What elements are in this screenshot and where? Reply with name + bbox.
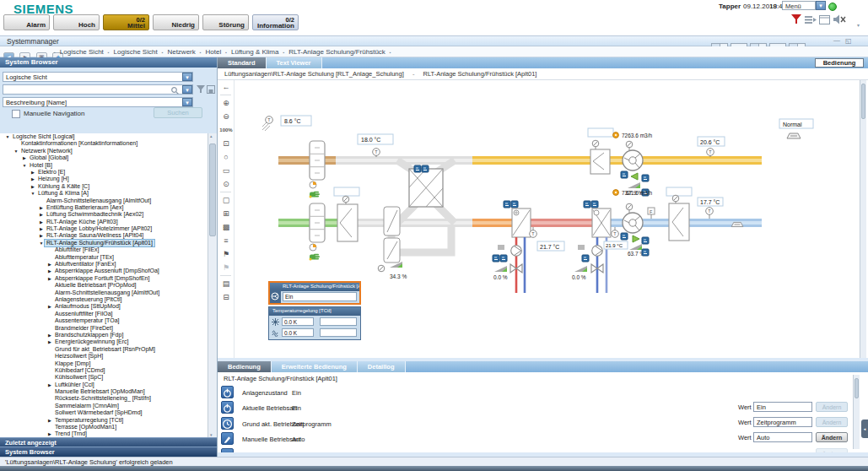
heating-setpoint-field[interactable]: 0.0 K [282, 328, 314, 337]
tree-item[interactable]: Heizsollwert [SpH] [1, 353, 208, 360]
tab-detaillog[interactable]: Detaillog [358, 361, 406, 372]
tree-collapse-icon[interactable]: ▶ [46, 417, 53, 424]
window-icon[interactable] [819, 15, 830, 24]
tree-collapse-icon[interactable]: ▶ [38, 225, 45, 232]
tree-collapse-icon[interactable]: ▶ [38, 232, 45, 239]
clock-icon[interactable] [221, 417, 234, 430]
breadcrumb-item[interactable]: RLT-Anlage Schulung/Frühstück [288, 48, 385, 56]
tree-collapse-icon[interactable]: ▶ [46, 332, 53, 338]
canvas-scrollbar[interactable] [860, 80, 866, 358]
extract-fan-icon2[interactable] [642, 175, 649, 181]
zuluft-damper[interactable] [666, 187, 692, 241]
filter-select-arrow[interactable]: ▼ [182, 98, 192, 106]
tree-expand-icon[interactable]: ▼ [4, 133, 11, 140]
operation-scrollbar[interactable] [853, 375, 860, 449]
tree-expand-icon[interactable]: ▼ [30, 190, 36, 197]
tree-collapse-icon[interactable]: ▶ [46, 303, 53, 310]
supply-duct-temp-sensor[interactable]: 17.7 °C [698, 198, 723, 219]
tree-item[interactable]: ▶Anlaufmodus [SttUpMod] [1, 303, 208, 310]
heater-status-icon[interactable] [504, 201, 510, 208]
supply-flow-value[interactable]: 7321.6 m3/h [622, 190, 653, 196]
tree-item[interactable]: ▶Absperrklappe Fortluft [DmpShofEn] [1, 275, 208, 282]
tree-item[interactable]: ▶Heizung [H] [1, 176, 208, 182]
tree-item[interactable]: Sammelalarm [CmnAlm] [1, 403, 208, 409]
chevron-down-icon[interactable]: ▾ [857, 22, 860, 28]
heating-setpoint-field2[interactable] [320, 328, 357, 337]
fortluft-filter[interactable] [310, 141, 325, 180]
tab-standard[interactable]: Standard [218, 57, 267, 68]
erc-valve-actuator[interactable] [378, 265, 385, 272]
supply-fan[interactable] [623, 203, 643, 233]
tree-item[interactable]: Grund für akt_Betriebsart [RsnPrOpM] [1, 346, 208, 353]
tree-item[interactable]: ▶RLT-Anlage Küche [APlt03] [1, 219, 208, 225]
tree-item[interactable]: ▶Absperrklappe Aussenluft [DmpShofOa] [1, 268, 208, 274]
abluft-damper[interactable] [588, 128, 613, 174]
tree-collapse-icon[interactable]: ▶ [21, 154, 28, 161]
wert-select[interactable]: Ein [753, 402, 812, 412]
tree-item[interactable]: ▼Logische Sicht [Logical] [1, 133, 208, 140]
tree-collapse-icon[interactable]: ▶ [30, 183, 36, 190]
alarm-button-störung[interactable]: Störung [202, 14, 249, 30]
heating-valve-value[interactable]: 0.0 % [493, 274, 508, 280]
pencil-icon[interactable] [221, 432, 234, 445]
bedienung-button[interactable]: Bedienung [815, 58, 864, 68]
tree-item[interactable]: Anlagensteuerung [PltCtl] [1, 296, 208, 303]
recently-viewed-bar[interactable]: Zuletzt angezeigt [0, 437, 218, 447]
tree-item[interactable]: ▶Elektro [E] [1, 169, 208, 176]
exhaust-temp-sensor[interactable]: 18.0 °C [358, 134, 393, 157]
filter-icon[interactable] [791, 14, 801, 25]
tree-collapse-icon[interactable]: ▶ [46, 268, 53, 274]
view-select[interactable]: Logische Sicht ▼ [3, 72, 193, 82]
save-filter-icon[interactable] [207, 85, 215, 94]
wert-select[interactable]: Auto [753, 432, 812, 442]
tree-filter-icon[interactable] [197, 85, 205, 94]
alarm-button-alarm[interactable]: Alarm [3, 14, 50, 30]
tree-item[interactable]: ▶Kühlung & Kälte [C] [1, 183, 208, 190]
search-button[interactable]: Suchen [154, 107, 202, 118]
menu-dropdown-arrow[interactable]: ▼ [816, 1, 826, 10]
tree-item[interactable]: Terrasse [OpModMan1] [1, 424, 208, 430]
tree-item[interactable]: ▼Lüftung & Klima [A] [1, 190, 208, 197]
tree-collapse-icon[interactable]: ▶ [46, 338, 53, 345]
tree-item[interactable]: ▶Entlüftung Batterieraum [Aex] [1, 204, 208, 211]
tctl-popup[interactable]: Temperaturregelung [TCtl] 0.0 K 0.0 K [268, 306, 361, 340]
cooling-valve-value[interactable]: 0.0 % [572, 274, 586, 280]
tree-item[interactable]: ▶Trend [Trnd] [1, 430, 208, 437]
tab-text-viewer[interactable]: Text Viewer [267, 57, 322, 68]
cooler-status-icon2[interactable] [591, 201, 598, 208]
tree-item[interactable]: Kontaktinformationen [Kontaktinformation… [1, 140, 208, 147]
tree-item[interactable]: ▼Hotel [B] [1, 162, 208, 169]
restore-icon[interactable]: ◱ [845, 37, 852, 45]
tree-collapse-icon[interactable]: ▶ [46, 261, 53, 268]
tree-item[interactable]: ▶RLT-Anlage Lobby/Hotelzimmer [APlt02] [1, 225, 208, 232]
wert-select[interactable]: Zeitprogramm [753, 417, 812, 427]
minimize-icon[interactable]: — [833, 36, 840, 44]
plant-popup[interactable]: RLT-Anlage Schulung/Frühstück [A Ein [268, 281, 361, 305]
breadcrumb-item[interactable]: Hotel [206, 48, 222, 56]
menu-dropdown[interactable]: Menü [782, 1, 816, 10]
cooler-status-icon[interactable] [584, 201, 590, 208]
supply-fan-icon3[interactable] [642, 249, 649, 256]
tree-item[interactable]: ▶Luftkühler [Ccl] [1, 382, 208, 388]
supply-fan-icon1[interactable] [621, 233, 628, 240]
tree-collapse-icon[interactable]: ▶ [46, 382, 53, 388]
breadcrumb-item[interactable]: Logische Sicht [60, 48, 104, 56]
mute-icon[interactable] [833, 14, 846, 24]
panel-splitter-grip[interactable]: ◂ [861, 420, 868, 438]
tree-item[interactable]: Rücksetz-Schnittstelleneing_ [RstIfn] [1, 395, 208, 402]
power-icon[interactable] [221, 401, 234, 414]
power-icon[interactable] [221, 386, 234, 398]
tree-item[interactable]: Kühlsollwert [SpC] [1, 374, 208, 381]
heat-recovery-exchanger[interactable] [409, 169, 443, 207]
cooling-pump[interactable] [592, 246, 603, 257]
tree-collapse-icon[interactable]: ▶ [38, 211, 45, 218]
search-history-arrow[interactable]: ▼ [182, 85, 192, 94]
tree-item[interactable]: ▶RLT-Anlage Sauna/Wellness [APlt04] [1, 232, 208, 239]
tree-item[interactable]: Alarm-Schnittstellenausgang [AlmItfOut] [1, 198, 208, 204]
tree-collapse-icon[interactable]: ▶ [46, 430, 53, 437]
cooling-icon-q[interactable] [582, 255, 589, 262]
tree-item[interactable]: Kühlbedarf [CDmd] [1, 367, 208, 374]
tree-scrollbar[interactable]: ▴ ▾ [208, 133, 217, 437]
tree-item[interactable]: Aussentemperatur [TOa] [1, 317, 208, 324]
breadcrumb-item[interactable]: Netzwerk [167, 48, 195, 56]
